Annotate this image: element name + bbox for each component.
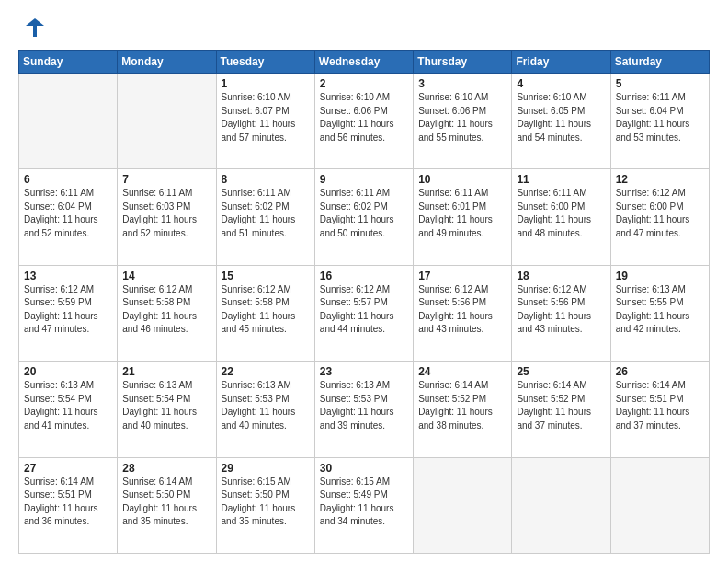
calendar-day-cell: 12Sunrise: 6:12 AM Sunset: 6:00 PM Dayli… <box>610 169 709 265</box>
day-info: Sunrise: 6:11 AM Sunset: 6:04 PM Dayligh… <box>24 187 112 240</box>
calendar-day-header: Monday <box>118 51 216 74</box>
day-number: 2 <box>320 77 408 90</box>
day-info: Sunrise: 6:14 AM Sunset: 5:51 PM Dayligh… <box>24 476 112 529</box>
day-number: 7 <box>122 173 210 186</box>
day-info: Sunrise: 6:13 AM Sunset: 5:54 PM Dayligh… <box>24 379 112 432</box>
calendar-day-cell: 30Sunrise: 6:15 AM Sunset: 5:49 PM Dayli… <box>314 457 413 553</box>
day-number: 13 <box>24 270 112 282</box>
calendar-day-cell: 13Sunrise: 6:12 AM Sunset: 5:59 PM Dayli… <box>19 265 118 361</box>
day-info: Sunrise: 6:11 AM Sunset: 6:03 PM Dayligh… <box>122 187 210 240</box>
day-number: 1 <box>222 77 310 90</box>
header <box>18 15 710 40</box>
day-info: Sunrise: 6:10 AM Sunset: 6:06 PM Dayligh… <box>418 91 506 144</box>
calendar-day-cell: 1Sunrise: 6:10 AM Sunset: 6:07 PM Daylig… <box>216 74 314 169</box>
day-info: Sunrise: 6:12 AM Sunset: 5:58 PM Dayligh… <box>222 283 310 337</box>
day-number: 8 <box>222 173 310 186</box>
calendar-day-cell <box>19 74 118 169</box>
day-info: Sunrise: 6:14 AM Sunset: 5:51 PM Dayligh… <box>616 379 704 432</box>
day-info: Sunrise: 6:11 AM Sunset: 6:02 PM Dayligh… <box>222 187 310 240</box>
calendar-day-header: Saturday <box>610 51 709 74</box>
logo-icon <box>18 15 44 40</box>
day-info: Sunrise: 6:11 AM Sunset: 6:02 PM Dayligh… <box>320 187 408 240</box>
calendar-body: 1Sunrise: 6:10 AM Sunset: 6:07 PM Daylig… <box>19 74 710 554</box>
day-info: Sunrise: 6:13 AM Sunset: 5:54 PM Dayligh… <box>122 379 210 432</box>
day-number: 17 <box>418 270 506 282</box>
calendar-week-row: 27Sunrise: 6:14 AM Sunset: 5:51 PM Dayli… <box>19 457 710 553</box>
day-number: 27 <box>24 462 112 475</box>
calendar-day-cell: 9Sunrise: 6:11 AM Sunset: 6:02 PM Daylig… <box>314 169 413 265</box>
calendar-day-header: Friday <box>512 51 610 74</box>
calendar-day-cell: 17Sunrise: 6:12 AM Sunset: 5:56 PM Dayli… <box>414 265 512 361</box>
calendar-day-cell: 26Sunrise: 6:14 AM Sunset: 5:51 PM Dayli… <box>610 362 709 457</box>
day-info: Sunrise: 6:12 AM Sunset: 5:59 PM Dayligh… <box>24 283 112 337</box>
day-number: 24 <box>418 365 506 378</box>
day-number: 12 <box>616 173 704 186</box>
calendar-day-cell: 27Sunrise: 6:14 AM Sunset: 5:51 PM Dayli… <box>19 457 118 553</box>
day-info: Sunrise: 6:14 AM Sunset: 5:50 PM Dayligh… <box>122 476 210 529</box>
day-info: Sunrise: 6:13 AM Sunset: 5:55 PM Dayligh… <box>616 283 704 337</box>
day-number: 26 <box>616 365 704 378</box>
day-number: 6 <box>24 173 112 186</box>
day-number: 5 <box>616 77 704 90</box>
day-number: 18 <box>517 270 605 282</box>
day-number: 25 <box>517 365 605 378</box>
day-info: Sunrise: 6:11 AM Sunset: 6:04 PM Dayligh… <box>616 91 704 144</box>
day-info: Sunrise: 6:11 AM Sunset: 6:01 PM Dayligh… <box>418 187 506 240</box>
calendar-header: SundayMondayTuesdayWednesdayThursdayFrid… <box>19 51 710 74</box>
calendar-day-cell: 28Sunrise: 6:14 AM Sunset: 5:50 PM Dayli… <box>118 457 216 553</box>
calendar-week-row: 20Sunrise: 6:13 AM Sunset: 5:54 PM Dayli… <box>19 362 710 457</box>
day-info: Sunrise: 6:15 AM Sunset: 5:50 PM Dayligh… <box>222 476 310 529</box>
day-info: Sunrise: 6:10 AM Sunset: 6:07 PM Dayligh… <box>222 91 310 144</box>
calendar-day-cell: 2Sunrise: 6:10 AM Sunset: 6:06 PM Daylig… <box>314 74 413 169</box>
logo <box>18 15 48 40</box>
calendar-day-cell: 6Sunrise: 6:11 AM Sunset: 6:04 PM Daylig… <box>19 169 118 265</box>
day-number: 11 <box>517 173 605 186</box>
day-number: 29 <box>222 462 310 475</box>
calendar-day-cell <box>610 457 709 553</box>
calendar-day-cell: 7Sunrise: 6:11 AM Sunset: 6:03 PM Daylig… <box>118 169 216 265</box>
calendar-week-row: 13Sunrise: 6:12 AM Sunset: 5:59 PM Dayli… <box>19 265 710 361</box>
page: SundayMondayTuesdayWednesdayThursdayFrid… <box>0 0 728 563</box>
calendar-day-cell: 11Sunrise: 6:11 AM Sunset: 6:00 PM Dayli… <box>512 169 610 265</box>
calendar-table: SundayMondayTuesdayWednesdayThursdayFrid… <box>18 50 710 554</box>
calendar-week-row: 6Sunrise: 6:11 AM Sunset: 6:04 PM Daylig… <box>19 169 710 265</box>
day-info: Sunrise: 6:12 AM Sunset: 6:00 PM Dayligh… <box>616 187 704 240</box>
day-number: 22 <box>222 365 310 378</box>
calendar-day-cell: 20Sunrise: 6:13 AM Sunset: 5:54 PM Dayli… <box>19 362 118 457</box>
day-number: 10 <box>418 173 506 186</box>
calendar-header-row: SundayMondayTuesdayWednesdayThursdayFrid… <box>19 51 710 74</box>
calendar-day-cell: 23Sunrise: 6:13 AM Sunset: 5:53 PM Dayli… <box>314 362 413 457</box>
day-info: Sunrise: 6:10 AM Sunset: 6:05 PM Dayligh… <box>517 91 605 144</box>
calendar-day-header: Thursday <box>414 51 512 74</box>
calendar-week-row: 1Sunrise: 6:10 AM Sunset: 6:07 PM Daylig… <box>19 74 710 169</box>
day-number: 4 <box>517 77 605 90</box>
calendar-day-cell: 19Sunrise: 6:13 AM Sunset: 5:55 PM Dayli… <box>610 265 709 361</box>
day-number: 23 <box>320 365 408 378</box>
calendar-day-header: Sunday <box>19 51 118 74</box>
day-info: Sunrise: 6:12 AM Sunset: 5:56 PM Dayligh… <box>517 283 605 337</box>
day-number: 19 <box>616 270 704 282</box>
calendar-day-cell: 16Sunrise: 6:12 AM Sunset: 5:57 PM Dayli… <box>314 265 413 361</box>
calendar-day-cell <box>512 457 610 553</box>
calendar-day-cell: 4Sunrise: 6:10 AM Sunset: 6:05 PM Daylig… <box>512 74 610 169</box>
calendar-day-cell: 10Sunrise: 6:11 AM Sunset: 6:01 PM Dayli… <box>414 169 512 265</box>
day-info: Sunrise: 6:12 AM Sunset: 5:56 PM Dayligh… <box>418 283 506 337</box>
day-number: 30 <box>320 462 408 475</box>
day-number: 3 <box>418 77 506 90</box>
day-number: 9 <box>320 173 408 186</box>
calendar-day-cell: 3Sunrise: 6:10 AM Sunset: 6:06 PM Daylig… <box>414 74 512 169</box>
day-info: Sunrise: 6:14 AM Sunset: 5:52 PM Dayligh… <box>517 379 605 432</box>
day-number: 14 <box>122 270 210 282</box>
calendar-day-header: Wednesday <box>314 51 413 74</box>
day-number: 21 <box>122 365 210 378</box>
calendar-day-cell <box>118 74 216 169</box>
day-number: 20 <box>24 365 112 378</box>
day-number: 28 <box>122 462 210 475</box>
day-info: Sunrise: 6:10 AM Sunset: 6:06 PM Dayligh… <box>320 91 408 144</box>
calendar-day-cell: 22Sunrise: 6:13 AM Sunset: 5:53 PM Dayli… <box>216 362 314 457</box>
day-info: Sunrise: 6:13 AM Sunset: 5:53 PM Dayligh… <box>320 379 408 432</box>
calendar-day-cell <box>414 457 512 553</box>
calendar-day-cell: 24Sunrise: 6:14 AM Sunset: 5:52 PM Dayli… <box>414 362 512 457</box>
day-number: 16 <box>320 270 408 282</box>
calendar-day-cell: 25Sunrise: 6:14 AM Sunset: 5:52 PM Dayli… <box>512 362 610 457</box>
